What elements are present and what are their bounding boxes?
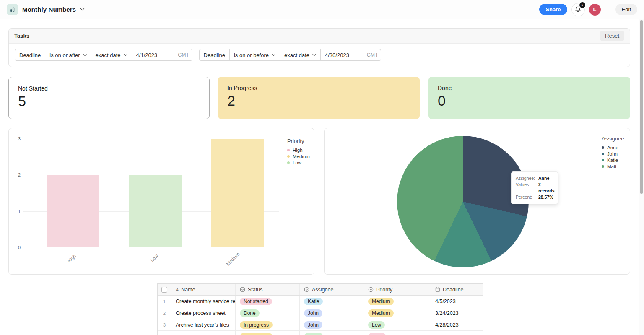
deadline-cell[interactable]: 3/24/2023 bbox=[431, 307, 483, 319]
priority-cell[interactable]: Medium bbox=[364, 296, 431, 307]
status-cell[interactable]: In progress bbox=[235, 331, 299, 335]
assignee-cell[interactable]: John bbox=[299, 319, 364, 330]
filter-mode-value: exact date bbox=[96, 52, 121, 58]
y-axis-tick: 1 bbox=[12, 209, 21, 214]
name-cell[interactable]: Create monthly service re... bbox=[171, 296, 235, 307]
filter-operator-value: is on or before bbox=[234, 52, 269, 58]
assignee-cell[interactable]: Katie bbox=[299, 296, 364, 307]
select-all-checkbox[interactable] bbox=[161, 287, 167, 293]
deadline-cell[interactable]: 4/28/2023 bbox=[431, 319, 483, 330]
filter-group-start-date: Deadline is on or after exact date 4/1/2… bbox=[15, 49, 192, 61]
deadline-cell[interactable]: 4/5/2023 bbox=[431, 296, 483, 307]
scrollbar-track[interactable] bbox=[639, 19, 644, 335]
stat-card-in-progress[interactable]: In Progress 2 bbox=[218, 77, 420, 119]
column-label: Priority bbox=[376, 287, 392, 293]
table-header-row: A Name Status Assignee Priority Deadli bbox=[158, 284, 483, 296]
assignee-badge: John bbox=[304, 321, 322, 329]
deadline-cell[interactable]: 4/5/2023 bbox=[431, 331, 483, 335]
tooltip-row: Percent: 28.57% bbox=[516, 194, 553, 200]
column-header-priority[interactable]: Priority bbox=[364, 284, 431, 295]
legend-label: Anne bbox=[607, 145, 618, 150]
filter-date-input[interactable]: 4/30/2023 bbox=[320, 49, 364, 61]
filter-mode-select[interactable]: exact date bbox=[91, 49, 132, 61]
filter-row: Deadline is on or after exact date 4/1/2… bbox=[9, 44, 630, 66]
y-axis-tick: 3 bbox=[12, 136, 21, 141]
status-cell[interactable]: In progress bbox=[235, 319, 299, 330]
priority-cell[interactable]: Low bbox=[364, 319, 431, 330]
legend-item: Anne bbox=[602, 145, 631, 150]
legend-item: Katie bbox=[602, 158, 631, 163]
stat-card-label: Not Started bbox=[18, 85, 200, 92]
bar-low[interactable] bbox=[129, 175, 182, 247]
legend-title: Assignee bbox=[602, 135, 631, 142]
priority-cell[interactable]: Medium bbox=[364, 307, 431, 319]
status-cell[interactable]: Not started bbox=[235, 296, 299, 307]
priority-cell[interactable]: High bbox=[364, 331, 431, 335]
assignee-cell[interactable]: John bbox=[299, 307, 364, 319]
pie-chart[interactable] bbox=[397, 136, 529, 267]
filter-date-input[interactable]: 4/1/2023 bbox=[132, 49, 175, 61]
column-label: Name bbox=[181, 287, 195, 293]
name-cell[interactable]: Create process sheet bbox=[171, 307, 235, 319]
chevron-down-icon bbox=[272, 54, 275, 56]
legend-item: Low bbox=[287, 160, 317, 165]
stat-card-not-started[interactable]: Not Started 5 bbox=[8, 77, 210, 119]
assignee-pie-chart-panel: Assignee: Anne Values: 2 records Percent… bbox=[324, 128, 630, 275]
legend-label: Medium bbox=[293, 154, 310, 159]
name-cell[interactable]: Archive last year's files bbox=[171, 319, 235, 330]
row-number: 4 bbox=[158, 331, 171, 335]
column-header-assignee[interactable]: Assignee bbox=[299, 284, 364, 295]
column-header-name[interactable]: A Name bbox=[171, 284, 235, 295]
priority-badge: Low bbox=[368, 321, 385, 329]
stat-card-value: 0 bbox=[438, 93, 621, 109]
tasks-filter-title: Tasks bbox=[14, 33, 29, 39]
tasks-filter-header: Tasks Reset bbox=[9, 29, 630, 44]
column-label: Deadline bbox=[443, 287, 463, 293]
column-header-status[interactable]: Status bbox=[235, 284, 299, 295]
bar-chart-plot-area bbox=[23, 139, 279, 247]
bar-medium[interactable] bbox=[211, 139, 264, 247]
status-badge: Not started bbox=[240, 298, 272, 305]
status-cell[interactable]: Done bbox=[235, 307, 299, 319]
legend-dot bbox=[287, 149, 290, 151]
filter-timezone-label: GMT bbox=[364, 49, 381, 61]
notification-badge: 1 bbox=[579, 1, 586, 9]
legend-label: High bbox=[293, 148, 303, 153]
legend-dot bbox=[602, 159, 604, 161]
status-badge: Done bbox=[240, 309, 260, 317]
edit-button[interactable]: Edit bbox=[615, 4, 637, 15]
filter-operator-value: is on or after bbox=[49, 52, 80, 58]
table-row[interactable]: 4 Process invoices In progress Anne High… bbox=[158, 331, 483, 335]
stat-card-done[interactable]: Done 0 bbox=[428, 77, 630, 119]
reset-button[interactable]: Reset bbox=[600, 31, 624, 41]
priority-badge: Medium bbox=[368, 298, 394, 305]
column-header-deadline[interactable]: Deadline bbox=[431, 284, 483, 295]
table-row[interactable]: 2 Create process sheet Done John Medium … bbox=[158, 307, 483, 319]
calendar-icon bbox=[435, 287, 440, 292]
scrollbar-thumb[interactable] bbox=[640, 20, 643, 194]
legend-dot bbox=[602, 153, 604, 155]
legend-label: Low bbox=[293, 160, 301, 165]
status-badge: In progress bbox=[240, 321, 273, 329]
legend-label: Katie bbox=[607, 158, 618, 163]
assignee-cell[interactable]: Anne bbox=[299, 331, 364, 335]
priority-badge: Medium bbox=[368, 309, 394, 317]
chevron-down-icon bbox=[83, 54, 87, 56]
share-button[interactable]: Share bbox=[539, 4, 567, 15]
notifications-button[interactable]: 1 bbox=[571, 3, 585, 16]
single-select-icon bbox=[368, 287, 374, 292]
filter-operator-select[interactable]: is on or after bbox=[45, 49, 91, 61]
app-switcher[interactable]: Monthly Numbers bbox=[7, 4, 85, 15]
name-cell[interactable]: Process invoices bbox=[171, 331, 235, 335]
stat-card-label: In Progress bbox=[227, 85, 410, 91]
bar-high[interactable] bbox=[47, 175, 99, 247]
filter-operator-select[interactable]: is on or before bbox=[229, 49, 280, 61]
legend-dot bbox=[602, 165, 604, 168]
tooltip-label: Values: bbox=[516, 182, 538, 194]
filter-mode-select[interactable]: exact date bbox=[280, 49, 321, 61]
avatar[interactable]: L bbox=[589, 4, 601, 16]
chevron-down-icon[interactable] bbox=[80, 8, 85, 11]
table-row[interactable]: 3 Archive last year's files In progress … bbox=[158, 319, 483, 331]
table-row[interactable]: 1 Create monthly service re... Not start… bbox=[158, 296, 483, 307]
column-label: Status bbox=[248, 287, 262, 293]
